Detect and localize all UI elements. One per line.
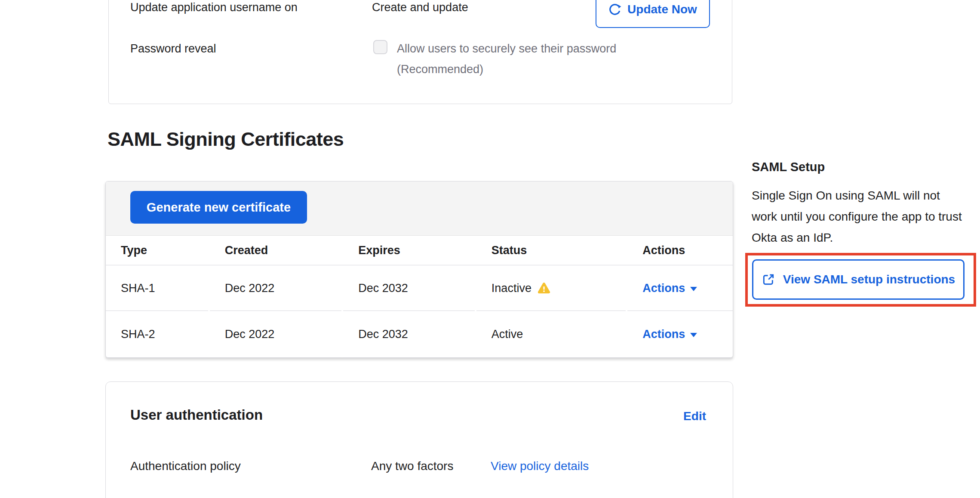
- update-username-value: Create and update: [372, 0, 468, 15]
- cert-type-cell: SHA-1: [106, 266, 208, 311]
- page-title: SAML Signing Certificates: [108, 127, 344, 151]
- view-policy-details-link[interactable]: View policy details: [491, 459, 589, 473]
- cert-created-cell: Dec 2022: [210, 311, 342, 358]
- column-header-created: Created: [210, 236, 344, 265]
- status-text: Inactive: [492, 282, 531, 295]
- password-reveal-checkbox-text: Allow users to securely see their passwo…: [397, 41, 616, 56]
- annotation-highlight: View SAML setup instructions: [745, 253, 976, 307]
- chevron-down-icon: [690, 333, 697, 337]
- actions-label: Actions: [642, 328, 685, 341]
- generate-certificate-button[interactable]: Generate new certificate: [130, 191, 307, 224]
- user-authentication-title: User authentication: [130, 407, 263, 423]
- password-reveal-recommended-text: (Recommended): [397, 61, 483, 77]
- table-header-row: Type Created Expires Status Actions: [106, 236, 733, 265]
- authentication-policy-value: Any two factors: [371, 459, 453, 473]
- cert-status-cell: Active: [476, 311, 626, 358]
- password-reveal-checkbox[interactable]: [373, 40, 387, 54]
- update-username-label: Update application username on: [130, 0, 298, 15]
- cert-expires-cell: Dec 2032: [343, 266, 475, 311]
- column-header-actions: Actions: [627, 236, 733, 265]
- password-reveal-label: Password reveal: [130, 41, 216, 56]
- table-row: SHA-1 Dec 2022 Dec 2032 Inactive Actions: [106, 266, 733, 311]
- warning-icon: [538, 282, 550, 294]
- cert-created-cell: Dec 2022: [210, 266, 342, 311]
- column-header-status: Status: [476, 236, 628, 265]
- update-now-label: Update Now: [627, 3, 697, 16]
- sign-on-settings-card: Update application username on Create an…: [108, 0, 732, 104]
- actions-label: Actions: [642, 282, 685, 295]
- cert-status-cell: Inactive: [476, 266, 626, 311]
- authentication-policy-label: Authentication policy: [130, 459, 241, 473]
- edit-link[interactable]: Edit: [683, 409, 706, 423]
- actions-dropdown[interactable]: Actions: [627, 311, 733, 358]
- saml-setup-heading: SAML Setup: [752, 160, 825, 174]
- external-link-icon: [762, 273, 775, 286]
- actions-dropdown[interactable]: Actions: [627, 266, 733, 311]
- cert-type-cell: SHA-2: [106, 311, 208, 358]
- column-header-expires: Expires: [343, 236, 476, 265]
- view-saml-setup-instructions-button[interactable]: View SAML setup instructions: [752, 259, 965, 300]
- table-row: SHA-2 Dec 2022 Dec 2032 Active Actions: [106, 311, 733, 358]
- view-saml-setup-label: View SAML setup instructions: [783, 273, 955, 286]
- cert-expires-cell: Dec 2032: [343, 311, 475, 358]
- saml-certificates-card: Generate new certificate Type Created Ex…: [105, 181, 733, 358]
- chevron-down-icon: [690, 287, 697, 291]
- column-header-type: Type: [106, 236, 210, 265]
- user-authentication-card: User authentication Edit Authentication …: [105, 381, 733, 498]
- saml-setup-description: Single Sign On using SAML will not work …: [752, 185, 963, 248]
- refresh-icon: [608, 3, 621, 16]
- update-now-button[interactable]: Update Now: [596, 0, 710, 28]
